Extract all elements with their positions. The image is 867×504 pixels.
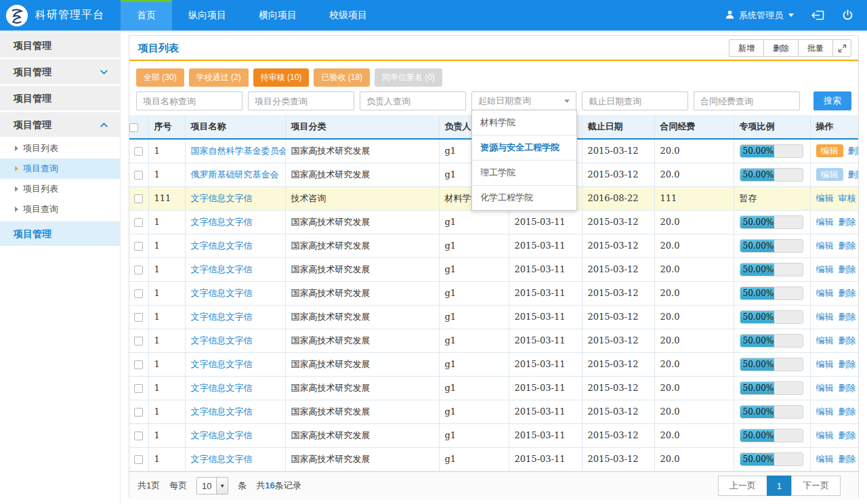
nav-tab-4[interactable]: 校级项目 (313, 0, 383, 30)
sidebar-group-3[interactable]: 项目管理 (0, 85, 120, 110)
toolbar-button-2[interactable]: 删除 (763, 39, 799, 57)
action-delete-link[interactable]: 删除 (839, 240, 856, 251)
project-name-link[interactable]: 文字信息文字信 (191, 335, 253, 345)
dropdown-item-4[interactable]: 化学工程学院 (472, 186, 576, 210)
action-edit-link[interactable]: 编辑 (816, 312, 834, 322)
page-size-select[interactable]: 10 ▼ (196, 477, 228, 495)
cell-end-date: 2015-03-12 (582, 163, 654, 186)
action-delete-link[interactable]: 删除 (848, 146, 859, 156)
search-input-4[interactable] (582, 91, 688, 110)
project-name-link[interactable]: 文字信息文字信 (191, 240, 253, 251)
action-delete-link[interactable]: 删除 (848, 169, 859, 180)
sidebar-group-5[interactable]: 项目管理 (0, 221, 120, 246)
row-checkbox[interactable] (134, 432, 143, 440)
project-name-link[interactable]: 文字信息文字信 (191, 217, 253, 227)
row-checkbox[interactable] (134, 289, 143, 298)
nav-tab-2[interactable]: 纵向项目 (172, 0, 242, 30)
project-name-link[interactable]: 文字信息文字信 (191, 454, 253, 464)
row-checkbox[interactable] (134, 147, 143, 156)
action-delete-link[interactable]: 删除 (839, 430, 856, 440)
project-name-link[interactable]: 文字信息文字信 (191, 264, 253, 274)
prev-page-button[interactable]: 上一页 (718, 476, 767, 496)
sidebar-group-1[interactable]: 项目管理 (0, 33, 120, 58)
action-edit-link[interactable]: 编辑 (816, 335, 834, 345)
action-edit-link[interactable]: 编辑 (816, 288, 834, 298)
project-name-link[interactable]: 文字信息文字信 (191, 430, 253, 440)
current-page-button[interactable]: 1 (767, 476, 792, 496)
action-delete-link[interactable]: 删除 (839, 383, 856, 393)
next-page-button[interactable]: 下一页 (791, 476, 841, 496)
filter-tab-1[interactable]: 全部 (30) (136, 68, 184, 87)
row-checkbox[interactable] (134, 266, 143, 274)
filter-tab-2[interactable]: 学校通过 (2) (189, 68, 249, 87)
row-checkbox[interactable] (134, 313, 143, 322)
action-delete-link[interactable]: 删除 (839, 406, 856, 417)
dropdown-item-2[interactable]: 资源与安全工程学院 (472, 135, 576, 161)
action-delete-link[interactable]: 删除 (839, 359, 856, 369)
action-delete-link[interactable]: 删除 (839, 264, 856, 274)
sidebar-item-4-1[interactable]: 项目列表 (0, 138, 120, 159)
action-edit-link[interactable]: 编辑 (816, 264, 834, 274)
logout-icon[interactable] (811, 9, 824, 21)
action-edit-link[interactable]: 编辑 (816, 240, 834, 251)
row-checkbox[interactable] (134, 242, 143, 251)
sidebar-item-4-3[interactable]: 项目列表 (0, 179, 120, 199)
action-edit-link[interactable]: 编辑 (816, 144, 843, 157)
action-edit-link[interactable]: 编辑 (816, 359, 834, 369)
expand-button[interactable] (832, 39, 851, 57)
action-delete-link[interactable]: 删除 (839, 288, 856, 298)
toolbar-button-1[interactable]: 新增 (729, 39, 764, 57)
action-edit-link[interactable]: 编辑 (816, 193, 834, 203)
start-date-select[interactable]: 起始日期查询 (471, 91, 576, 110)
sidebar-group-4[interactable]: 项目管理 (0, 112, 120, 137)
action-delete-link[interactable]: 删除 (839, 454, 856, 464)
action-delete-link[interactable]: 删除 (839, 217, 856, 227)
action-edit-link[interactable]: 编辑 (816, 406, 834, 417)
project-name-link[interactable]: 文字信息文字信 (191, 406, 253, 417)
project-name-link[interactable]: 文字信息文字信 (191, 193, 253, 203)
action-edit-link[interactable]: 编辑 (816, 217, 834, 227)
search-input-5[interactable] (694, 91, 800, 110)
dropdown-item-3[interactable]: 理工学院 (472, 161, 576, 186)
user-menu[interactable]: 系统管理员 (725, 9, 794, 22)
row-checkbox[interactable] (134, 408, 143, 417)
filter-tab-4[interactable]: 已验收 (18) (314, 68, 370, 87)
row-checkbox[interactable] (134, 218, 143, 227)
dropdown-item-1[interactable]: 材料学院 (472, 110, 576, 135)
action-edit-link[interactable]: 编辑 (816, 383, 834, 393)
action-edit-link[interactable]: 编辑 (816, 430, 834, 440)
action-review-link[interactable]: 审核 (839, 193, 856, 203)
sidebar-group-2[interactable]: 项目管理 (0, 59, 120, 84)
search-button[interactable]: 搜索 (813, 91, 851, 110)
project-name-link[interactable]: 文字信息文字信 (191, 383, 253, 393)
row-checkbox[interactable] (134, 194, 143, 203)
project-name-link[interactable]: 文字信息文字信 (191, 359, 253, 369)
nav-tab-3[interactable]: 横向项目 (242, 0, 313, 30)
row-checkbox[interactable] (134, 360, 143, 369)
nav-tab-1[interactable]: 首页 (121, 0, 172, 30)
search-input-1[interactable] (136, 91, 242, 110)
action-edit-link[interactable]: 编辑 (816, 454, 834, 464)
search-input-3[interactable] (360, 91, 466, 110)
sidebar-item-4-4[interactable]: 项目查询 (0, 199, 120, 219)
sidebar-item-4-2[interactable]: 项目查询 (0, 159, 120, 179)
filter-tab-3[interactable]: 待审核 (10) (253, 68, 310, 87)
row-checkbox[interactable] (134, 337, 143, 345)
project-name-link[interactable]: 国家自然科学基金委员会 (191, 146, 286, 156)
toolbar-button-3[interactable]: 批量 (798, 39, 833, 57)
action-delete-link[interactable]: 删除 (839, 335, 856, 345)
project-name-link[interactable]: 文字信息文字信 (191, 288, 253, 298)
action-delete-link[interactable]: 删除 (839, 312, 856, 322)
power-icon[interactable] (842, 9, 853, 21)
project-name-link[interactable]: 俄罗斯基础研究基金会 (191, 169, 279, 180)
filter-tab-5[interactable]: 同单位重名 (0) (375, 68, 442, 87)
row-checkbox[interactable] (134, 171, 143, 180)
page-size-caret-icon[interactable]: ▼ (216, 478, 228, 494)
select-all-checkbox[interactable] (129, 123, 138, 132)
row-checkbox[interactable] (134, 455, 143, 464)
project-name-link[interactable]: 文字信息文字信 (191, 312, 253, 322)
row-checkbox[interactable] (134, 384, 143, 393)
search-input-2[interactable] (248, 91, 354, 110)
action-edit-link[interactable]: 编辑 (816, 168, 843, 181)
select-caret-icon (564, 100, 570, 103)
